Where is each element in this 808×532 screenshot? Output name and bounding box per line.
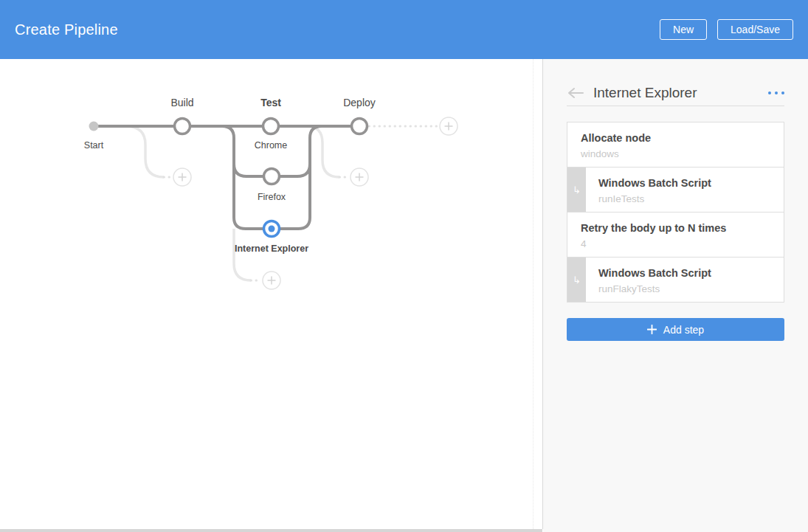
step-subtitle: 4 [581, 238, 770, 249]
load-save-button[interactable]: Load/Save [717, 19, 793, 40]
canvas-edge-divider [533, 59, 534, 529]
header-actions: New Load/Save [660, 19, 793, 40]
pipeline-lines [94, 126, 359, 229]
add-nodes [173, 117, 457, 289]
step-card-retry[interactable]: Retry the body up to N times 4 [567, 212, 784, 258]
more-menu-icon[interactable] [768, 89, 785, 98]
step-list: Allocate node windows ↳ Windows Batch Sc… [567, 122, 784, 303]
step-title: Allocate node [581, 131, 770, 146]
new-button[interactable]: New [660, 19, 707, 40]
start-label: Start [84, 140, 103, 151]
pipeline-editor: Create Pipeline New Load/Save [0, 0, 808, 532]
branch-node-internet-explorer-selected[interactable] [264, 221, 280, 237]
add-step-label: Add step [663, 324, 704, 336]
stage-node-deploy[interactable] [352, 119, 367, 134]
step-subtitle: runFlakyTests [598, 283, 770, 294]
branch-label-internet-explorer: Internet Explorer [235, 243, 308, 254]
branch-label-firefox: Firefox [258, 192, 286, 202]
nested-step-arrow-icon: ↳ [567, 258, 586, 302]
dotted-connectors [164, 126, 439, 280]
branch-node-chrome[interactable] [263, 119, 279, 134]
branch-label-chrome: Chrome [255, 140, 287, 151]
nested-step-arrow-icon: ↳ [567, 167, 586, 212]
add-step-button[interactable]: Add step [567, 318, 784, 341]
add-stage-button[interactable] [440, 117, 457, 135]
stage-label-build: Build [170, 97, 193, 108]
plus-icon [647, 325, 657, 334]
add-parallel-branch-button[interactable] [263, 272, 280, 289]
panel-header: Internet Explorer [567, 86, 784, 106]
stage-label-deploy: Deploy [343, 97, 376, 108]
horizontal-scrollbar[interactable] [0, 529, 542, 532]
step-card-windows-batch-script-2[interactable]: ↳ Windows Batch Script runFlakyTests [567, 257, 784, 303]
start-node [89, 122, 99, 131]
step-title: Retry the body up to N times [581, 221, 770, 236]
step-title: Windows Batch Script [598, 266, 770, 281]
step-title: Windows Batch Script [598, 176, 770, 191]
back-arrow-icon[interactable] [567, 86, 586, 100]
step-card-windows-batch-script-1[interactable]: ↳ Windows Batch Script runIeTests [567, 167, 784, 213]
step-card-allocate-node[interactable]: Allocate node windows [567, 122, 784, 167]
step-subtitle: windows [581, 148, 770, 159]
stage-label-test: Test [260, 97, 281, 108]
branch-detail-panel: Internet Explorer Allocate node windows … [543, 59, 808, 532]
stage-node-build[interactable] [175, 119, 190, 134]
pipeline-graph [0, 59, 542, 529]
branch-node-firefox[interactable] [264, 169, 280, 184]
pipeline-graph-canvas: Build Test Deploy Start Chrome Firefox I… [0, 59, 543, 529]
panel-title: Internet Explorer [593, 85, 768, 101]
app-header: Create Pipeline New Load/Save [0, 0, 808, 59]
step-subtitle: runIeTests [598, 193, 770, 204]
add-parallel-deploy-button[interactable] [351, 168, 368, 186]
page-title: Create Pipeline [15, 21, 118, 38]
add-parallel-build-button[interactable] [173, 168, 191, 186]
